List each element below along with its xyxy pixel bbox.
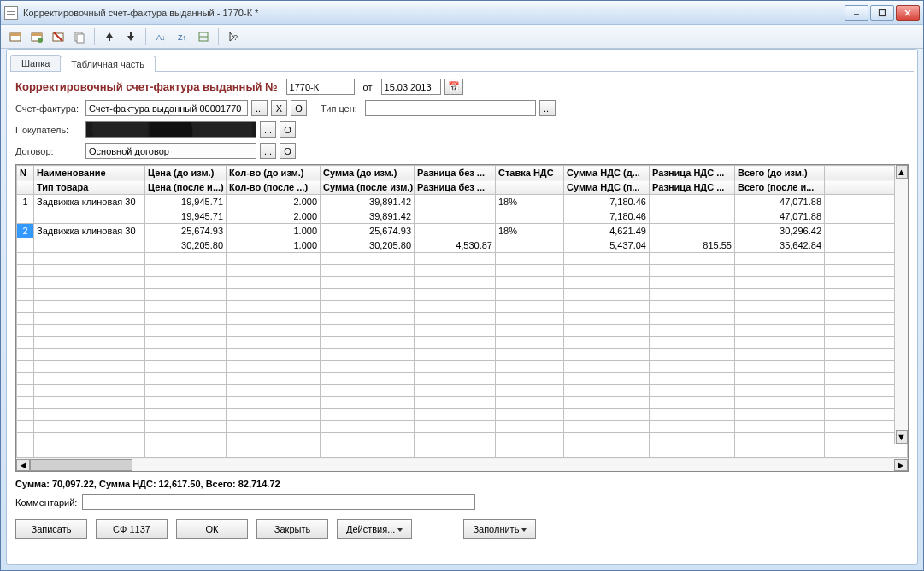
grid-cell[interactable] (227, 397, 321, 409)
grid-cell[interactable] (415, 337, 496, 349)
data-grid[interactable]: N Наименование Цена (до изм.) Кол-во (до… (15, 164, 909, 472)
grid-cell[interactable] (564, 361, 650, 373)
table-row[interactable]: 30,205.801.00030,205.804,530.875,437.048… (17, 238, 908, 253)
grid-cell[interactable] (34, 253, 145, 265)
grid-cell[interactable] (321, 421, 415, 433)
grid-cell[interactable] (496, 209, 564, 224)
grid-cell[interactable] (735, 397, 825, 409)
grid-cell[interactable] (650, 325, 735, 337)
grid-cell[interactable] (145, 265, 227, 277)
grid-cell[interactable] (735, 385, 825, 397)
grid-cell[interactable] (17, 433, 34, 444)
grid-cell[interactable] (650, 289, 735, 301)
toolbar-arrow-down-icon[interactable] (121, 27, 140, 46)
grid-cell[interactable] (145, 421, 227, 433)
scroll-right-arrow-icon[interactable]: ► (894, 459, 908, 471)
grid-cell[interactable] (145, 409, 227, 421)
table-row[interactable] (17, 325, 908, 337)
grid-cell[interactable]: 35,642.84 (735, 238, 825, 253)
grid-cell[interactable] (145, 444, 227, 456)
table-row[interactable]: 19,945.712.00039,891.427,180.4647,071.88 (17, 209, 908, 224)
grid-cell[interactable]: 4,621.49 (564, 224, 650, 238)
grid-cell[interactable] (34, 238, 145, 253)
grid-cell[interactable] (321, 337, 415, 349)
grid-cell[interactable] (415, 325, 496, 337)
invoice-list-button[interactable]: O (291, 100, 307, 116)
toolbar-settings-icon[interactable] (194, 27, 213, 46)
grid-vertical-scrollbar[interactable]: ▲ ▼ (894, 165, 908, 444)
grid-cell[interactable] (415, 253, 496, 265)
grid-cell[interactable]: Задвижка клиновая 30 (34, 195, 145, 209)
grid-cell[interactable] (34, 433, 145, 444)
grid-cell[interactable] (17, 337, 34, 349)
grid-cell[interactable] (17, 409, 34, 421)
grid-cell[interactable] (415, 456, 496, 458)
grid-cell[interactable] (227, 325, 321, 337)
grid-cell[interactable] (227, 373, 321, 385)
grid-cell[interactable] (564, 373, 650, 385)
table-row[interactable] (17, 361, 908, 373)
grid-cell[interactable] (227, 277, 321, 289)
grid-cell[interactable] (496, 349, 564, 361)
grid-cell[interactable] (145, 325, 227, 337)
grid-cell[interactable] (145, 337, 227, 349)
grid-cell[interactable] (496, 409, 564, 421)
grid-cell[interactable] (496, 277, 564, 289)
grid-cell[interactable] (496, 373, 564, 385)
grid-cell[interactable] (415, 195, 496, 209)
grid-cell[interactable] (564, 421, 650, 433)
grid-cell[interactable] (17, 349, 34, 361)
grid-cell[interactable] (496, 361, 564, 373)
grid-cell[interactable] (650, 421, 735, 433)
toolbar-icon-2[interactable] (27, 27, 46, 46)
grid-cell[interactable] (650, 313, 735, 325)
grid-cell[interactable] (735, 277, 825, 289)
grid-cell[interactable] (321, 409, 415, 421)
grid-cell[interactable] (415, 209, 496, 224)
buyer-lookup-button[interactable]: ... (260, 121, 276, 138)
grid-cell[interactable] (17, 385, 34, 397)
grid-cell[interactable] (227, 253, 321, 265)
grid-cell[interactable] (145, 313, 227, 325)
grid-cell[interactable] (17, 289, 34, 301)
grid-cell[interactable] (650, 409, 735, 421)
scroll-thumb[interactable] (30, 459, 132, 471)
tab-header[interactable]: Шапка (10, 55, 61, 71)
grid-cell[interactable] (17, 238, 34, 253)
grid-cell[interactable] (650, 253, 735, 265)
grid-cell[interactable] (735, 265, 825, 277)
col-vatsum-after[interactable]: Сумма НДС (п... (564, 180, 650, 195)
table-row[interactable] (17, 409, 908, 421)
grid-cell[interactable] (227, 349, 321, 361)
col-total-after[interactable]: Всего (после и... (735, 180, 825, 195)
grid-horizontal-scrollbar[interactable]: ◄ ► (16, 457, 908, 471)
grid-cell[interactable] (496, 385, 564, 397)
grid-cell[interactable] (415, 409, 496, 421)
grid-cell[interactable] (496, 313, 564, 325)
grid-cell[interactable] (415, 397, 496, 409)
grid-cell[interactable] (735, 337, 825, 349)
grid-cell[interactable] (34, 301, 145, 313)
save-button[interactable]: Записать (15, 519, 87, 539)
grid-cell[interactable] (735, 301, 825, 313)
col-type[interactable]: Тип товара (34, 180, 145, 195)
calendar-button[interactable]: 📅 (444, 79, 463, 95)
grid-cell[interactable]: 1.000 (227, 238, 321, 253)
grid-cell[interactable] (227, 409, 321, 421)
grid-cell[interactable] (227, 301, 321, 313)
grid-cell[interactable] (145, 433, 227, 444)
close-window-button[interactable] (896, 5, 920, 21)
grid-cell[interactable] (496, 265, 564, 277)
grid-cell[interactable] (650, 373, 735, 385)
grid-cell[interactable]: 815.55 (650, 238, 735, 253)
grid-cell[interactable] (735, 444, 825, 456)
buyer-list-button[interactable]: O (280, 121, 296, 138)
table-row[interactable] (17, 253, 908, 265)
grid-cell[interactable]: 1.000 (227, 224, 321, 238)
grid-cell[interactable] (650, 265, 735, 277)
grid-cell[interactable] (496, 253, 564, 265)
grid-cell[interactable] (17, 373, 34, 385)
grid-cell[interactable] (34, 397, 145, 409)
grid-cell[interactable] (415, 301, 496, 313)
grid-cell[interactable] (321, 456, 415, 458)
